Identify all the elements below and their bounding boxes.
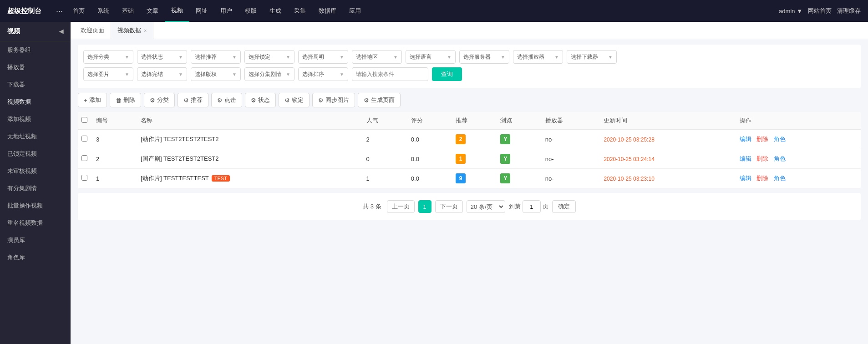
nav-item-采集[interactable]: 采集 — [288, 0, 312, 22]
row-checkbox-3[interactable] — [81, 136, 87, 142]
toolbar-btn-分类[interactable]: ⚙分类 — [144, 93, 175, 107]
filter-select-选择锁定[interactable]: 选择锁定▼ — [244, 50, 294, 64]
nav-item-生成[interactable]: 生成 — [263, 0, 288, 22]
filter-select-选择周明[interactable]: 选择周明▼ — [298, 50, 348, 64]
tab-欢迎页面[interactable]: 欢迎页面 — [74, 22, 111, 39]
sidebar-item-播放器[interactable]: 播放器 — [0, 59, 71, 76]
right-action-admin ▼[interactable]: admin ▼ — [779, 8, 802, 15]
toolbar-btn-添加[interactable]: +添加 — [78, 93, 107, 107]
right-action-网站首页[interactable]: 网站首页 — [808, 7, 832, 15]
sidebar-item-重名视频数据[interactable]: 重名视频数据 — [0, 214, 71, 232]
toolbar-btn-状态[interactable]: ⚙状态 — [245, 93, 276, 107]
toolbar-icon-推荐: ⚙ — [183, 97, 189, 104]
tab-close-视频数据[interactable]: × — [144, 28, 147, 33]
action-edit-2[interactable]: 编辑 — [740, 155, 751, 162]
sidebar-item-视频数据[interactable]: 视频数据 — [0, 93, 71, 111]
action-role-1[interactable]: 角色 — [774, 175, 786, 182]
action-delete-2[interactable]: 删除 — [756, 155, 768, 162]
action-edit-3[interactable]: 编辑 — [740, 136, 751, 142]
nav-item-视频[interactable]: 视频 — [165, 0, 189, 22]
toolbar-icon-锁定: ⚙ — [284, 97, 290, 104]
action-role-3[interactable]: 角色 — [774, 136, 786, 142]
filter-select-选择服务器[interactable]: 选择服务器▼ — [459, 50, 509, 64]
nav-item-网址[interactable]: 网址 — [189, 0, 214, 22]
row-popularity: 1 — [363, 169, 407, 188]
nav-item-文章[interactable]: 文章 — [140, 0, 165, 22]
filter-select-选择语言[interactable]: 选择语言▼ — [406, 50, 456, 64]
current-page-button[interactable]: 1 — [418, 200, 431, 213]
action-delete-3[interactable]: 删除 — [756, 136, 768, 142]
nav-item-数据库[interactable]: 数据库 — [312, 0, 343, 22]
sidebar-item-批量操作视频[interactable]: 批量操作视频 — [0, 197, 71, 214]
page-label: 页 — [543, 202, 548, 211]
table-body: 3 [动作片] TEST2TEST2TEST2 2 0.0 2 Y no- 20… — [78, 130, 861, 188]
prev-page-button[interactable]: 上一页 — [387, 200, 415, 213]
sidebar-item-添加视频[interactable]: 添加视频 — [0, 111, 71, 128]
sidebar-group-header[interactable]: 视频 ◀ — [0, 22, 71, 41]
row-popularity: 0 — [363, 149, 407, 169]
action-role-2[interactable]: 角色 — [774, 155, 786, 162]
filter-select-选择地区[interactable]: 选择地区▼ — [352, 50, 402, 64]
next-page-button[interactable]: 下一页 — [435, 200, 463, 213]
select-all-checkbox[interactable] — [81, 117, 87, 123]
row-actions: 编辑 删除 角色 — [736, 169, 861, 188]
per-page-select[interactable]: 20 条/页 50 条/页 100 条/页 — [467, 200, 505, 213]
action-delete-1[interactable]: 删除 — [756, 175, 768, 182]
search-filter-input[interactable] — [352, 67, 428, 81]
filter-select-选择完结[interactable]: 选择完结▼ — [137, 67, 187, 81]
filter-select-选择下载器[interactable]: 选择下载器▼ — [567, 50, 617, 64]
nav-item-模版[interactable]: 模版 — [239, 0, 263, 22]
query-button[interactable]: 查询 — [432, 67, 462, 81]
nav-item-首页[interactable]: 首页 — [66, 0, 91, 22]
sidebar-item-已锁定视频[interactable]: 已锁定视频 — [0, 145, 71, 162]
main-content: 欢迎页面视频数据× 选择分类▼选择状态▼选择推荐▼选择锁定▼选择周明▼选择地区▼… — [71, 22, 868, 344]
col-rating: 评分 — [407, 112, 452, 130]
right-action-清理缓存[interactable]: 清理缓存 — [837, 7, 861, 15]
toolbar-btn-锁定[interactable]: ⚙锁定 — [279, 93, 310, 107]
filter-select-选择播放器[interactable]: 选择播放器▼ — [513, 50, 563, 64]
sidebar-item-未审核视频[interactable]: 未审核视频 — [0, 162, 71, 180]
toolbar-btn-删除[interactable]: 🗑删除 — [110, 93, 141, 107]
confirm-button[interactable]: 确定 — [552, 200, 576, 213]
search-input[interactable] — [356, 71, 424, 77]
tab-视频数据[interactable]: 视频数据× — [111, 22, 153, 39]
filter-select-选择分集剧情[interactable]: 选择分集剧情▼ — [244, 67, 294, 81]
filter-select-选择版权[interactable]: 选择版权▼ — [191, 67, 241, 81]
goto-page-input[interactable] — [523, 200, 541, 213]
toolbar-btn-点击[interactable]: ⚙点击 — [211, 93, 242, 107]
sidebar-item-服务器组[interactable]: 服务器组 — [0, 41, 71, 59]
row-checkbox-1[interactable] — [81, 175, 87, 181]
sidebar-item-演员库[interactable]: 演员库 — [0, 232, 71, 249]
sidebar-item-角色库[interactable]: 角色库 — [0, 249, 71, 266]
row-rating: 0.0 — [407, 149, 452, 169]
row-recommend: 1 — [452, 149, 497, 169]
toolbar-btn-推荐[interactable]: ⚙推荐 — [178, 93, 208, 107]
more-icon[interactable]: ··· — [56, 6, 63, 16]
toolbar-btn-生成页面[interactable]: ⚙生成页面 — [358, 93, 401, 107]
sidebar-item-无地址视频[interactable]: 无地址视频 — [0, 128, 71, 145]
col-actions: 操作 — [736, 112, 861, 130]
row-update-time: 2020-10-25 03:23:10 — [600, 169, 736, 188]
sidebar-item-下载器[interactable]: 下载器 — [0, 76, 71, 93]
action-edit-1[interactable]: 编辑 — [740, 175, 751, 182]
filter-select-选择图片[interactable]: 选择图片▼ — [83, 67, 133, 81]
row-checkbox-2[interactable] — [81, 155, 87, 161]
col-id: 编号 — [92, 112, 137, 130]
col-name: 名称 — [137, 112, 362, 130]
filter-select-选择分类[interactable]: 选择分类▼ — [83, 50, 133, 64]
filter-select-选择状态[interactable]: 选择状态▼ — [137, 50, 187, 64]
row-rating: 0.0 — [407, 130, 452, 149]
filter-row-2: 选择图片▼选择完结▼选择版权▼选择分集剧情▼选择排序▼查询 — [83, 67, 855, 81]
sidebar-item-有分集剧情[interactable]: 有分集剧情 — [0, 180, 71, 197]
goto-label: 到第 — [509, 202, 521, 211]
nav-item-基础[interactable]: 基础 — [116, 0, 140, 22]
filter-select-选择排序[interactable]: 选择排序▼ — [298, 67, 348, 81]
collapse-icon[interactable]: ◀ — [59, 28, 63, 35]
filter-select-选择推荐[interactable]: 选择推荐▼ — [191, 50, 241, 64]
nav-item-应用[interactable]: 应用 — [343, 0, 367, 22]
nav-item-系统[interactable]: 系统 — [91, 0, 116, 22]
row-id: 3 — [92, 130, 137, 149]
toolbar-icon-同步图片: ⚙ — [318, 97, 324, 104]
toolbar-btn-同步图片[interactable]: ⚙同步图片 — [312, 93, 355, 107]
nav-item-用户[interactable]: 用户 — [214, 0, 239, 22]
